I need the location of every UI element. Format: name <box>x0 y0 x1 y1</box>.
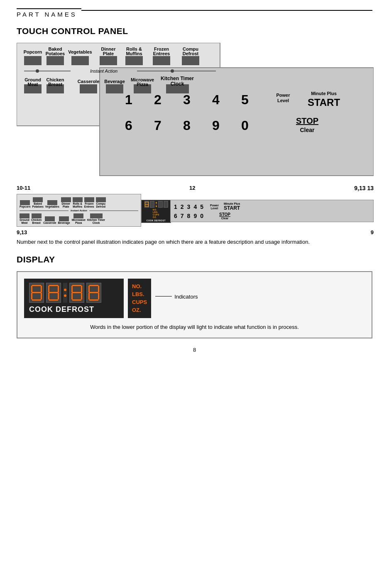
svg-rect-62 <box>145 206 148 207</box>
svg-text:1: 1 <box>125 92 132 107</box>
svg-text:Minute Plus: Minute Plus <box>311 91 337 96</box>
svg-rect-68 <box>31 286 32 292</box>
svg-rect-64 <box>145 204 145 207</box>
annotation-9-13-13: 9,13 13 <box>354 185 374 191</box>
display-box: COOK DEFROST NO. LBS. CUPS OZ. Indicator… <box>17 271 372 339</box>
display-caption: Words in the lower portion of the displa… <box>24 323 365 331</box>
svg-text:9: 9 <box>212 118 220 133</box>
svg-rect-34 <box>80 84 97 93</box>
svg-rect-89 <box>88 286 90 292</box>
svg-rect-67 <box>32 285 41 286</box>
svg-text:4: 4 <box>212 92 220 107</box>
svg-rect-93 <box>98 293 99 299</box>
indicator-arrow-line <box>155 283 172 297</box>
svg-text:Defrost: Defrost <box>183 51 199 56</box>
svg-rect-84 <box>72 292 81 293</box>
svg-text:STOP: STOP <box>296 116 318 125</box>
svg-text:Meat: Meat <box>27 82 38 87</box>
svg-rect-90 <box>98 286 99 292</box>
svg-rect-2 <box>24 56 42 65</box>
svg-rect-87 <box>72 299 81 301</box>
indicator-NO: NO. <box>132 283 147 289</box>
svg-text:2: 2 <box>154 92 161 107</box>
small-display: NO.LBS.CUPSOZ. COOK DEFROST <box>141 200 171 223</box>
svg-text:Vegetables: Vegetables <box>68 49 92 54</box>
svg-rect-75 <box>48 286 49 292</box>
svg-text:Instant Action: Instant Action <box>90 69 117 74</box>
svg-text:Potatoes: Potatoes <box>46 51 65 56</box>
svg-point-26 <box>171 69 174 73</box>
svg-rect-88 <box>89 285 98 286</box>
cook-defrost-label: COOK DEFROST <box>29 305 94 314</box>
panel-svg: Popcorn Baked Potatoes Vegetables Dinner… <box>17 43 374 180</box>
svg-text:Clear: Clear <box>300 127 315 133</box>
svg-rect-61 <box>145 204 148 205</box>
svg-text:Plate: Plate <box>103 51 114 56</box>
small-diagram-row: Popcorn BakedPotatoes Vegetables DinnerP… <box>17 194 374 227</box>
svg-rect-63 <box>145 202 145 204</box>
annotation-row-bottom: 9,13 9 <box>17 229 374 235</box>
svg-rect-9 <box>100 56 117 65</box>
annotation-10-11: 10-11 <box>17 185 30 191</box>
annotation-9: 9 <box>371 229 374 235</box>
annotation-12: 12 <box>189 185 195 191</box>
svg-text:Breast: Breast <box>48 82 63 87</box>
indicator-CUPS: CUPS <box>132 299 147 305</box>
svg-text:3: 3 <box>183 92 191 107</box>
header-line <box>81 10 372 11</box>
svg-rect-60 <box>145 202 148 202</box>
svg-rect-74 <box>49 285 58 286</box>
svg-rect-36 <box>106 84 123 93</box>
svg-rect-66 <box>148 204 149 207</box>
svg-rect-92 <box>88 293 90 299</box>
indicator-LBS: LBS. <box>132 291 147 297</box>
display-section: DISPLAY <box>17 255 372 339</box>
svg-rect-73 <box>32 299 41 301</box>
svg-text:Popcorn: Popcorn <box>24 49 42 54</box>
svg-rect-70 <box>32 292 41 293</box>
svg-rect-82 <box>71 286 73 292</box>
svg-text:6: 6 <box>125 118 132 133</box>
svg-rect-83 <box>81 286 82 292</box>
control-panel-diagram: Popcorn Baked Potatoes Vegetables Dinner… <box>17 43 372 181</box>
annotation-9-13: 9,13 <box>17 229 27 235</box>
colon-display <box>63 283 67 303</box>
svg-rect-4 <box>46 56 64 65</box>
svg-rect-80 <box>49 299 58 301</box>
svg-rect-65 <box>148 202 149 204</box>
svg-text:7: 7 <box>154 118 161 133</box>
svg-point-22 <box>36 69 39 73</box>
svg-text:5: 5 <box>241 92 249 107</box>
indicators-label-group: Indicators <box>155 279 198 318</box>
svg-text:Casserole: Casserole <box>78 79 100 84</box>
svg-rect-79 <box>58 293 59 299</box>
svg-rect-91 <box>89 292 98 293</box>
section-title: TOUCH CONTROL PANEL <box>17 26 372 36</box>
svg-rect-12 <box>125 56 143 65</box>
small-top-panel: Popcorn BakedPotatoes Vegetables DinnerP… <box>17 194 141 227</box>
indicators-label: Indicators <box>174 283 198 300</box>
svg-text:8: 8 <box>183 118 191 133</box>
svg-rect-76 <box>58 286 59 292</box>
svg-rect-85 <box>71 293 73 299</box>
indicator-OZ: OZ. <box>132 307 147 313</box>
page-header: PART NAMES <box>17 8 372 18</box>
digit-display <box>29 283 101 303</box>
svg-text:Clock: Clock <box>171 81 184 87</box>
svg-text:START: START <box>308 97 340 108</box>
display-title: DISPLAY <box>17 255 372 265</box>
svg-rect-18 <box>182 56 199 65</box>
svg-text:Kitchen Timer: Kitchen Timer <box>161 76 194 81</box>
svg-rect-81 <box>72 285 81 286</box>
svg-rect-69 <box>41 286 42 292</box>
page-title: PART NAMES <box>17 8 81 18</box>
svg-rect-77 <box>49 292 58 293</box>
svg-text:Muffins: Muffins <box>126 51 142 56</box>
indicators-block: NO. LBS. CUPS OZ. <box>128 279 151 318</box>
svg-text:Entrees: Entrees <box>153 51 170 56</box>
svg-rect-78 <box>48 293 49 299</box>
page-number: 8 <box>17 347 372 353</box>
annotation-row-top: 10-11 12 9,13 13 <box>17 185 374 191</box>
svg-rect-7 <box>71 56 89 65</box>
svg-text:Pizza: Pizza <box>137 82 148 87</box>
